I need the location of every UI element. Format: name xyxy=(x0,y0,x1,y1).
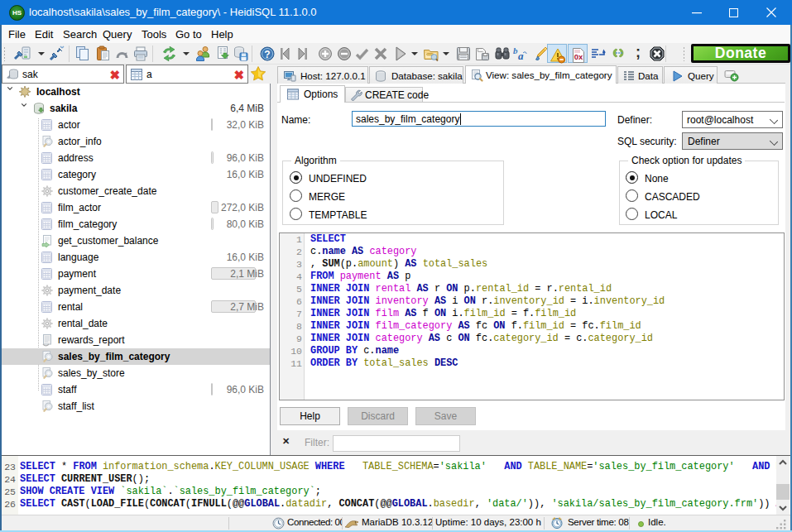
svg-text:0x: 0x xyxy=(574,52,583,61)
svg-text:a: a xyxy=(518,50,524,62)
svg-text:?: ? xyxy=(264,49,270,60)
